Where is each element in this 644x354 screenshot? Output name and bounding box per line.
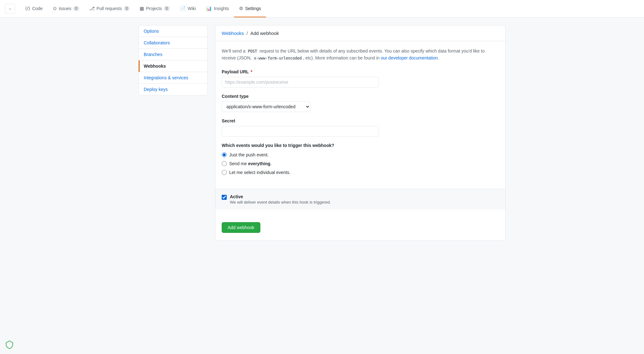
events-question: Which events would you like to trigger t… [222,143,499,148]
active-label: Active [230,194,331,199]
radio-individual-input[interactable] [222,170,227,175]
issues-icon: ⊙ [53,6,57,11]
radio-everything-before: Send me [229,161,248,166]
pull-requests-icon: ⎇ [89,6,95,11]
secret-label: Secret [222,118,499,123]
breadcrumb-current: Add webhook [250,31,279,36]
tab-wiki[interactable]: 📄 Wiki [175,0,201,17]
sidebar-item-collaborators[interactable]: Collaborators [139,37,207,49]
settings-icon: ⚙ [239,6,243,11]
radio-push-input[interactable] [222,152,227,157]
add-webhook-button[interactable]: Add webhook [222,222,260,233]
radio-individual-events[interactable]: Let me select individual events. [222,170,499,175]
tab-issues-label: Issues [59,6,71,11]
breadcrumb: Webhooks / Add webhook [222,31,279,36]
radio-everything-after: . [270,161,272,166]
breadcrumb-parent-link[interactable]: Webhooks [222,31,244,36]
active-checkbox[interactable] [222,195,227,200]
secret-section: Secret [222,118,499,137]
tab-pull-requests-label: Pull requests [97,6,122,11]
tab-insights-label: Insights [214,6,229,11]
content-header: Webhooks / Add webhook [215,25,505,41]
tab-projects-label: Projects [146,6,162,11]
content-type-select[interactable]: application/x-www-form-urlencoded applic… [222,101,310,112]
payload-url-section: Payload URL * [222,69,499,87]
page-layout: Options Collaborators Branches Webhooks … [133,18,511,248]
tab-code-label: Code [32,6,42,11]
tab-pull-requests[interactable]: ⎇ Pull requests 0 [84,0,135,17]
radio-push-label: Just the push event. [229,152,269,157]
sidebar-item-deploy-keys[interactable]: Deploy keys [139,84,207,95]
sidebar: Options Collaborators Branches Webhooks … [138,25,208,95]
secret-input[interactable] [222,126,379,137]
developer-docs-link[interactable]: our developer documentation [381,55,438,60]
payload-url-label: Payload URL * [222,69,499,74]
top-nav: › ⟨/⟩ Code ⊙ Issues 0 ⎇ Pull requests 0 … [0,0,644,18]
main-content: Webhooks / Add webhook We'll send a POST… [215,25,506,241]
tab-issues[interactable]: ⊙ Issues 0 [48,0,84,17]
tab-wiki-label: Wiki [188,6,196,11]
description-text: We'll send a POST request to the URL bel… [222,48,499,62]
projects-icon: ▦ [140,6,144,11]
radio-push-event[interactable]: Just the push event. [222,152,499,157]
tab-settings[interactable]: ⚙ Settings [234,0,266,17]
radio-everything[interactable]: Send me everything. [222,161,499,166]
submit-section: Add webhook [215,217,505,240]
radio-individual-label: Let me select individual events. [229,170,291,175]
issues-badge: 0 [73,6,79,11]
content-type-section: Content type application/x-www-form-urle… [222,94,499,112]
wiki-icon: 📄 [180,6,186,11]
sidebar-item-webhooks[interactable]: Webhooks [139,60,207,72]
projects-badge: 0 [164,6,170,11]
radio-everything-label: Send me everything. [229,161,272,166]
tab-settings-label: Settings [245,6,261,11]
nav-toggle-button[interactable]: › [5,4,15,14]
active-text: Active We will deliver event details whe… [230,194,331,205]
radio-everything-bold: everything [248,161,270,166]
sidebar-item-branches[interactable]: Branches [139,49,207,60]
content-body: We'll send a POST request to the URL bel… [215,41,505,189]
pull-requests-badge: 0 [124,6,130,11]
active-description: We will deliver event details when this … [230,200,331,205]
tab-projects[interactable]: ▦ Projects 0 [135,0,175,17]
sidebar-item-options[interactable]: Options [139,25,207,37]
content-type-label: Content type [222,94,499,99]
tab-insights[interactable]: 📊 Insights [201,0,234,17]
required-star: * [251,69,252,74]
active-section: Active We will deliver event details whe… [215,189,505,210]
code-icon: ⟨/⟩ [25,6,30,11]
events-section: Which events would you like to trigger t… [222,143,499,175]
radio-everything-input[interactable] [222,161,227,166]
nav-tabs: ⟨/⟩ Code ⊙ Issues 0 ⎇ Pull requests 0 ▦ … [20,0,266,17]
sidebar-item-integrations[interactable]: Integrations & services [139,72,207,84]
payload-url-input[interactable] [222,77,379,87]
tab-code[interactable]: ⟨/⟩ Code [20,0,48,17]
breadcrumb-separator: / [247,31,248,36]
insights-icon: 📊 [206,6,212,11]
events-radio-group: Just the push event. Send me everything.… [222,152,499,175]
